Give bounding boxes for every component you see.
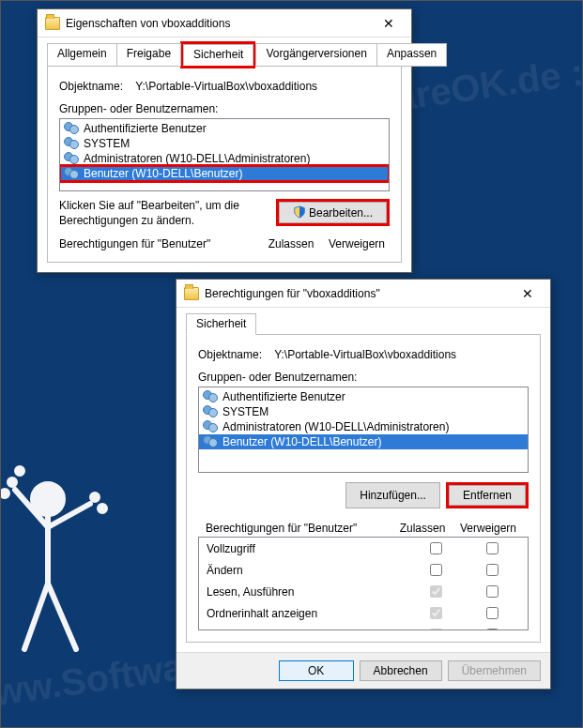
allow-header: Zulassen [258, 237, 324, 250]
permission-name: Lesen [207, 629, 407, 631]
permission-name: Lesen, Ausführen [207, 585, 407, 599]
close-icon[interactable]: ✕ [509, 281, 546, 307]
list-item-label: Authentifizierte Benutzer [222, 390, 345, 403]
groups-listbox[interactable]: Authentifizierte BenutzerSYSTEMAdministr… [198, 387, 529, 473]
list-item-label: Benutzer (W10-DELL\Benutzer) [84, 167, 242, 180]
add-button[interactable]: Hinzufügen... [345, 482, 440, 508]
list-item[interactable]: Administratoren (W10-DELL\Administratore… [60, 151, 389, 166]
properties-window: Eigenschaften von vboxadditions ✕ Allgem… [37, 8, 412, 273]
users-icon [202, 420, 219, 433]
list-item[interactable]: Benutzer (W10-DELL\Benutzer) [60, 166, 389, 181]
permission-name: Ordnerinhalt anzeigen [207, 607, 407, 620]
list-item[interactable]: SYSTEM [199, 404, 528, 419]
permission-row: Ordnerinhalt anzeigen [199, 602, 528, 624]
deny-checkbox[interactable] [486, 629, 499, 630]
shield-icon [293, 205, 306, 219]
deny-header: Verweigern [455, 522, 521, 535]
list-item[interactable]: Authentifizierte Benutzer [60, 121, 389, 136]
svg-point-3 [17, 468, 23, 474]
svg-point-5 [100, 506, 105, 511]
tab-sicherheit[interactable]: Sicherheit [183, 44, 253, 66]
svg-point-0 [33, 484, 63, 514]
allow-checkbox[interactable] [430, 542, 442, 554]
object-name-value: Y:\Portable-VirtualBox\vboxadditions [135, 80, 317, 93]
users-icon [63, 152, 80, 165]
titlebar[interactable]: Berechtigungen für "vboxadditions" ✕ [176, 280, 550, 308]
list-item[interactable]: SYSTEM [60, 136, 389, 151]
users-icon [202, 405, 219, 418]
users-icon [202, 435, 219, 448]
permission-row: Lesen [199, 624, 528, 630]
users-icon [63, 122, 80, 135]
svg-point-4 [92, 494, 98, 500]
permission-row: Ändern [199, 559, 528, 581]
permission-name: Ändern [207, 564, 407, 577]
edit-button[interactable]: Bearbeiten... [279, 202, 387, 223]
list-item[interactable]: Benutzer (W10-DELL\Benutzer) [199, 434, 528, 449]
list-item-label: Administratoren (W10-DELL\Administratore… [222, 420, 449, 433]
allow-header: Zulassen [390, 522, 455, 535]
users-icon [63, 137, 80, 150]
users-icon [63, 167, 80, 180]
permissions-table[interactable]: VollzugriffÄndernLesen, AusführenOrdneri… [198, 537, 529, 630]
svg-point-2 [2, 491, 8, 496]
allow-checkbox[interactable] [430, 585, 442, 598]
list-item-label: Administratoren (W10-DELL\Administratore… [84, 152, 310, 165]
permissions-window: Berechtigungen für "vboxadditions" ✕ Sic… [176, 279, 551, 690]
object-name-label: Objektname: [198, 348, 262, 361]
list-item-label: Benutzer (W10-DELL\Benutzer) [222, 435, 381, 448]
titlebar[interactable]: Eigenschaften von vboxadditions ✕ [38, 9, 411, 38]
list-item-label: SYSTEM [222, 405, 268, 418]
tab-anpassen[interactable]: Anpassen [376, 43, 447, 67]
svg-point-1 [9, 479, 15, 485]
allow-checkbox[interactable] [430, 607, 442, 619]
cancel-button[interactable]: Abbrechen [360, 660, 442, 681]
window-title: Berechtigungen für "vboxadditions" [205, 287, 509, 300]
deny-checkbox[interactable] [486, 564, 499, 576]
perm-for-label: Berechtigungen für "Benutzer" [59, 237, 258, 250]
ok-button[interactable]: OK [279, 660, 354, 681]
remove-button[interactable]: Entfernen [449, 485, 526, 506]
window-title: Eigenschaften von vboxadditions [66, 17, 370, 30]
permission-row: Vollzugriff [199, 538, 528, 559]
tab-freigabe[interactable]: Freigabe [116, 43, 181, 67]
deny-header: Verweigern [324, 237, 390, 250]
users-icon [202, 390, 219, 403]
deny-checkbox[interactable] [486, 585, 499, 598]
folder-icon [184, 287, 199, 300]
deny-checkbox[interactable] [486, 542, 499, 554]
edit-hint: Klicken Sie auf "Bearbeiten", um die Ber… [59, 199, 265, 228]
deny-checkbox[interactable] [486, 607, 499, 619]
close-icon[interactable]: ✕ [370, 10, 407, 37]
object-name-label: Objektname: [59, 80, 123, 93]
tab-sicherheit[interactable]: Sicherheit [186, 313, 256, 335]
apply-button[interactable]: Übernehmen [448, 660, 541, 681]
tab-allgemein[interactable]: Allgemein [47, 43, 117, 67]
list-item-label: Authentifizierte Benutzer [84, 122, 207, 135]
groups-listbox[interactable]: Authentifizierte BenutzerSYSTEMAdministr… [59, 118, 390, 191]
tabs-bar: Allgemein Freigabe Sicherheit Vorgängerv… [47, 43, 402, 67]
permission-name: Vollzugriff [207, 542, 407, 555]
folder-icon [45, 17, 60, 30]
groups-label: Gruppen- oder Benutzernamen: [59, 102, 390, 115]
list-item[interactable]: Administratoren (W10-DELL\Administratore… [199, 419, 528, 434]
groups-label: Gruppen- oder Benutzernamen: [198, 371, 529, 384]
object-name-value: Y:\Portable-VirtualBox\vboxadditions [274, 348, 456, 361]
allow-checkbox[interactable] [430, 564, 442, 576]
decorative-figure [1, 462, 123, 690]
tab-vorgaengerversionen[interactable]: Vorgängerversionen [255, 43, 376, 67]
permission-row: Lesen, Ausführen [199, 581, 528, 602]
list-item-label: SYSTEM [84, 137, 130, 150]
perm-for-label: Berechtigungen für "Benutzer" [206, 522, 390, 535]
allow-checkbox[interactable] [430, 629, 442, 630]
list-item[interactable]: Authentifizierte Benutzer [199, 389, 528, 404]
